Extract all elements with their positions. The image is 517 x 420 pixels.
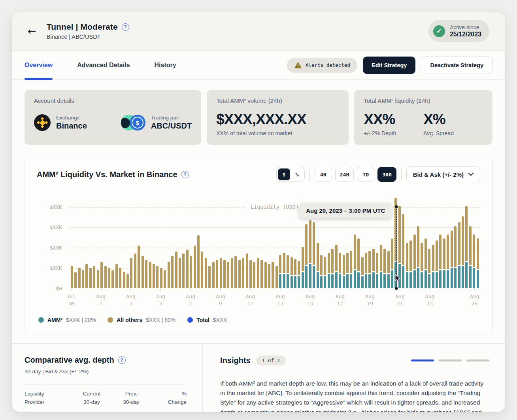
insights-pagination[interactable] <box>411 359 489 361</box>
x-tick-label: Aug23 <box>425 288 434 307</box>
bid-ask-dropdown-label: Bid & Ask (+/- 2%) <box>413 171 464 178</box>
chart-tooltip: Aug 20, 2023 – 3:00 PM UTC <box>299 203 392 218</box>
chart-title: AMM² Liquidity Vs. Market in Binance <box>37 170 177 179</box>
x-tick-label: Aug17 <box>336 288 345 307</box>
back-button[interactable]: ← <box>28 26 36 36</box>
volume-subtext: XX% of total volume on market <box>216 130 339 136</box>
col-prev-30day: Prev.30-day <box>111 390 151 407</box>
chart-controls: $ % 4H 24H 7D 30D Bid & Ask (+/- 2%) <box>276 166 480 182</box>
account-details-card: Account details Exchange Binance $ <box>25 90 201 145</box>
liquidity-chart-panel: AMM² Liquidity Vs. Market in Binance ? $… <box>25 156 492 333</box>
tab-bar: Overview Advanced Details History <box>25 51 176 79</box>
x-tick-label: Jul30 <box>66 288 75 307</box>
insight-page-dash-3[interactable] <box>466 359 489 361</box>
chart-help-icon[interactable]: ? <box>181 171 189 178</box>
alerts-detected-badge[interactable]: Alerts detected <box>287 58 357 73</box>
tab-history[interactable]: History <box>155 51 176 79</box>
tab-advanced-details[interactable]: Advanced Details <box>77 51 130 79</box>
col-current-30day: Current30-day <box>72 390 111 407</box>
page-header: ← Tunnel | Moderate ? Binance | ABC/USDT… <box>12 12 505 51</box>
active-since-badge: ✓ Active since 25/12/2023 <box>428 20 489 42</box>
range-24h-button[interactable]: 24H <box>335 167 354 182</box>
exchange-label: Exchange <box>56 115 87 121</box>
page-subtitle: Binance | ABC/USDT <box>47 34 129 40</box>
tabs-row: Overview Advanced Details History Alerts… <box>12 51 505 80</box>
y-tick-label: $0 <box>56 286 62 291</box>
tab-overview[interactable]: Overview <box>25 51 53 79</box>
depth-label: +/- 2% Depth <box>364 130 423 136</box>
x-tick-label: Aug19 <box>365 288 374 307</box>
insight-page-dash-1[interactable] <box>411 359 434 361</box>
col-liquidity-provider: LiquidityProvider <box>25 390 72 407</box>
legend-item-all-others: All others $XXK | 80% <box>108 317 175 323</box>
volume-card: Total AMM² volume (24h) $XXX,XXX.XX XX% … <box>207 90 349 145</box>
insights-body-text: If both AMM² and market depth are low, t… <box>220 379 489 412</box>
mouse-cursor-icon <box>394 274 401 283</box>
range-7d-button[interactable]: 7D <box>357 167 374 182</box>
col-percent-change: %Change <box>151 390 187 407</box>
range-4h-button[interactable]: 4H <box>315 167 332 182</box>
comparative-depth-help-icon[interactable]: ? <box>118 356 126 364</box>
y-axis-labels: $XXK$XXK$XXK$XXK$0 <box>37 197 69 288</box>
insight-page-dash-2[interactable] <box>439 359 462 361</box>
axis-title: Liquidity (USD) <box>246 204 304 210</box>
x-tick-label: Aug26 <box>470 288 479 307</box>
x-tick-label: Aug7 <box>186 288 195 307</box>
unit-dollar-button[interactable]: $ <box>278 168 290 180</box>
trading-pair-label: Trading pair <box>151 115 192 121</box>
alerts-detected-label: Alerts detected <box>306 62 350 68</box>
binance-logo-icon <box>34 114 51 131</box>
chart-plot-area[interactable]: Liquidity (USD) Aug 20, 2023 – 3:00 PM U… <box>69 197 480 288</box>
comparative-depth-section: Comparative avg. depth ? 30-day | Bid & … <box>12 344 202 412</box>
controls-divider <box>401 168 402 181</box>
bid-ask-dropdown[interactable]: Bid & Ask (+/- 2%) <box>406 166 480 182</box>
warning-triangle-icon <box>294 62 302 69</box>
liquidity-card: Total AMM² liquidity (24h) XX% +/- 2% De… <box>354 90 492 145</box>
x-tick-label: Aug3 <box>126 288 135 307</box>
x-tick-label: Aug13 <box>275 288 285 307</box>
usd-coin-icon: $ <box>130 115 145 131</box>
y-tick-label: $XXK <box>50 265 62 271</box>
trading-pair-coins-icon: $ <box>121 114 145 131</box>
volume-value: $XXX,XXX.XX <box>216 111 339 128</box>
insights-page-badge: 1 of 3 <box>256 356 286 365</box>
legend-item-total: Total $XXK <box>187 317 227 323</box>
title-block: Tunnel | Moderate ? Binance | ABC/USDT <box>47 22 129 40</box>
legend-value: $XXK <box>213 317 227 323</box>
depth-stat: XX% +/- 2% Depth <box>364 111 423 136</box>
depth-table-header: LiquidityProvider Current30-day Prev.30-… <box>25 390 187 407</box>
all-others-legend-dot <box>108 317 113 323</box>
chevron-down-icon <box>468 173 474 176</box>
unit-percent-button[interactable]: % <box>291 168 303 180</box>
volume-card-title: Total AMM² volume (24h) <box>216 97 339 104</box>
account-details-title: Account details <box>34 97 192 104</box>
insights-title: Insights <box>220 356 251 365</box>
unit-toggle-group: $ % <box>276 167 305 182</box>
depth-value: XX% <box>364 111 423 128</box>
legend-name: Total <box>196 317 209 323</box>
legend-value: $XXK | 20% <box>66 317 96 323</box>
strategy-detail-window: ← Tunnel | Moderate ? Binance | ABC/USDT… <box>12 12 505 412</box>
active-since-date: 25/12/2023 <box>450 31 481 38</box>
legend-name: AMM² <box>47 317 62 323</box>
comparative-depth-subtitle: 30-day | Bid & Ask (+/- 2%) <box>25 369 187 375</box>
check-circle-icon: ✓ <box>433 25 445 37</box>
y-tick-label: $XXK <box>50 204 62 210</box>
x-tick-label: Aug5 <box>156 288 165 307</box>
edit-strategy-button[interactable]: Edit Strategy <box>363 57 415 74</box>
range-30d-button[interactable]: 30D <box>377 167 396 182</box>
x-tick-label: Aug15 <box>306 288 315 307</box>
x-tick-label: Aug11 <box>246 288 255 307</box>
total-legend-dot <box>187 317 193 323</box>
chart-legend: AMM² $XXK | 20% All others $XXK | 80% To… <box>38 317 480 323</box>
exchange-value: Binance <box>56 121 87 131</box>
cursor-dot-bottom <box>395 287 398 290</box>
x-tick-label: Aug9 <box>216 288 225 307</box>
deactivate-strategy-button[interactable]: Deactivate Strategy <box>421 57 492 74</box>
stat-cards-row: Account details Exchange Binance $ <box>25 90 492 145</box>
liquidity-card-title: Total AMM² liquidity (24h) <box>364 97 483 104</box>
bottom-section: Comparative avg. depth ? 30-day | Bid & … <box>12 343 505 412</box>
bar-series <box>69 197 480 288</box>
strategy-help-icon[interactable]: ? <box>122 23 129 31</box>
x-tick-label: Aug21 <box>395 288 404 307</box>
